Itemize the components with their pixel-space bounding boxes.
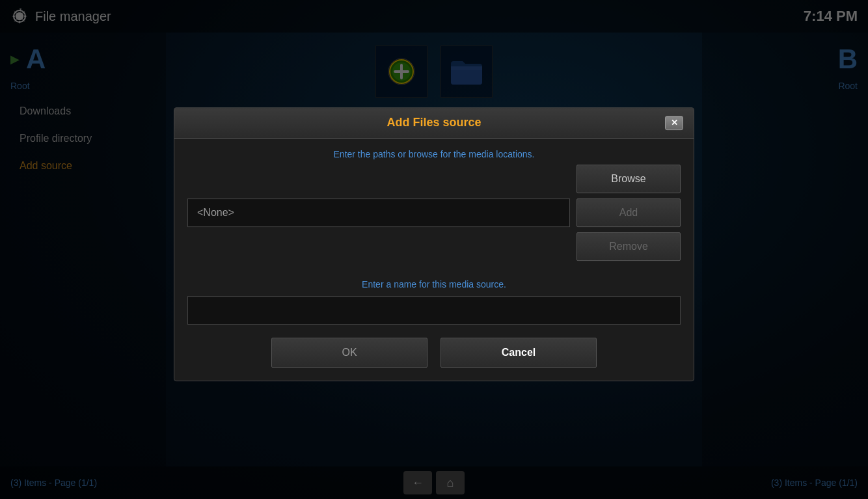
- modal-close-button[interactable]: ✕: [665, 116, 683, 130]
- cancel-button[interactable]: Cancel: [441, 338, 597, 368]
- modal-subtitle: Enter the paths or browse for the media …: [174, 139, 694, 165]
- modal-title: Add Files source: [203, 116, 665, 129]
- add-button[interactable]: Add: [576, 198, 681, 227]
- name-label: Enter a name for this media source.: [187, 266, 681, 296]
- name-input[interactable]: [187, 296, 681, 325]
- modal-titlebar: Add Files source ✕: [174, 108, 694, 139]
- browse-button[interactable]: Browse: [576, 165, 681, 193]
- add-files-source-modal: Add Files source ✕ Enter the paths or br…: [174, 107, 694, 381]
- remove-button[interactable]: Remove: [576, 232, 681, 261]
- path-input[interactable]: [187, 198, 570, 227]
- path-row: Browse Add Remove: [187, 165, 681, 261]
- ok-button[interactable]: OK: [271, 338, 427, 368]
- modal-footer: OK Cancel: [174, 338, 694, 368]
- side-buttons: Browse Add Remove: [576, 165, 681, 261]
- modal-body: Browse Add Remove Enter a name for this …: [174, 165, 694, 325]
